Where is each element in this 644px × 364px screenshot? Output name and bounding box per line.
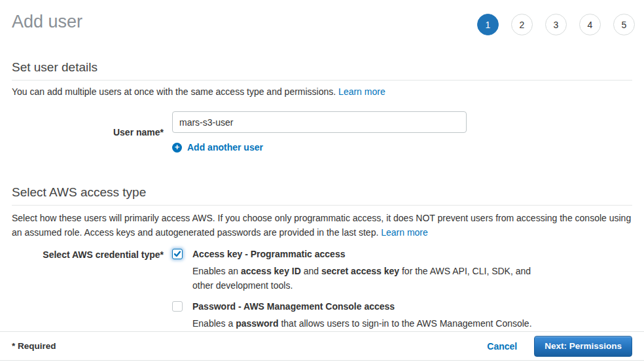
username-row: User name* + Add another user	[12, 111, 632, 153]
learn-more-link-access-type[interactable]: Learn more	[381, 227, 428, 238]
section-divider	[12, 80, 632, 81]
section-user-details: Set user details You can add multiple us…	[12, 60, 632, 153]
step-indicator: 1 2 3 4 5	[477, 10, 635, 35]
option-text: Access key - Programmatic access Enables…	[192, 249, 554, 293]
console-access-checkbox[interactable]	[172, 301, 183, 312]
section-access-type: Select AWS access type Select how these …	[12, 185, 632, 331]
step-5-label: 5	[622, 20, 627, 30]
checkmark-icon	[173, 250, 181, 258]
user-details-intro-text: You can add multiple users at once with …	[12, 86, 338, 97]
step-3: 3	[545, 14, 567, 35]
learn-more-link-user-details[interactable]: Learn more	[338, 86, 385, 97]
page-title: Add user	[12, 10, 82, 33]
step-1: 1	[477, 14, 499, 35]
user-details-heading: Set user details	[12, 60, 632, 75]
access-type-intro: Select how these users will primarily ac…	[12, 211, 632, 240]
option-programmatic-access: Access key - Programmatic access Enables…	[172, 249, 554, 293]
step-4-label: 4	[588, 20, 593, 30]
credential-options: Access key - Programmatic access Enables…	[172, 249, 554, 331]
console-access-desc: Enables a password that allows users to …	[192, 316, 532, 331]
footer-actions: Cancel Next: Permissions	[487, 336, 632, 357]
section-divider	[12, 205, 632, 206]
plus-circle-icon: +	[172, 143, 182, 153]
username-input[interactable]	[172, 111, 467, 133]
programmatic-access-checkbox[interactable]	[172, 249, 183, 259]
desc-text-bold: access key ID	[241, 266, 301, 276]
step-5: 5	[613, 14, 635, 35]
add-another-user-link[interactable]: + Add another user	[172, 142, 467, 153]
step-2-label: 2	[520, 20, 525, 30]
desc-text-bold: secret access key	[321, 266, 399, 276]
wizard-footer: * Required Cancel Next: Permissions	[0, 331, 644, 361]
desc-text: Enables an	[192, 266, 241, 276]
credential-type-row: Select AWS credential type* Access key -…	[12, 249, 632, 331]
desc-text: that allows users to sign-in to the AWS …	[279, 318, 532, 329]
programmatic-access-desc: Enables an access key ID and secret acce…	[192, 264, 554, 293]
console-access-title: Password - AWS Management Console access	[192, 301, 532, 312]
required-note: * Required	[12, 341, 56, 351]
wizard-header: Add user 1 2 3 4 5	[0, 0, 644, 38]
programmatic-access-title: Access key - Programmatic access	[192, 249, 554, 260]
access-type-intro-text: Select how these users will primarily ac…	[12, 213, 631, 238]
user-details-intro: You can add multiple users at once with …	[12, 86, 632, 98]
username-label: User name*	[12, 127, 164, 137]
desc-text: and	[301, 266, 321, 276]
cancel-button[interactable]: Cancel	[487, 341, 517, 352]
add-another-user-label: Add another user	[187, 142, 263, 153]
step-3-label: 3	[554, 20, 559, 30]
step-2: 2	[511, 14, 533, 35]
credential-type-label: Select AWS credential type*	[12, 249, 164, 331]
option-text: Password - AWS Management Console access…	[192, 301, 532, 331]
access-type-heading: Select AWS access type	[12, 185, 632, 200]
option-console-access: Password - AWS Management Console access…	[172, 301, 554, 331]
desc-text: Enables a	[192, 318, 236, 329]
desc-text-bold: password	[236, 318, 278, 329]
step-4: 4	[579, 14, 601, 35]
username-field-group: + Add another user	[172, 111, 467, 153]
step-1-label: 1	[486, 20, 491, 30]
next-permissions-button[interactable]: Next: Permissions	[534, 336, 632, 357]
